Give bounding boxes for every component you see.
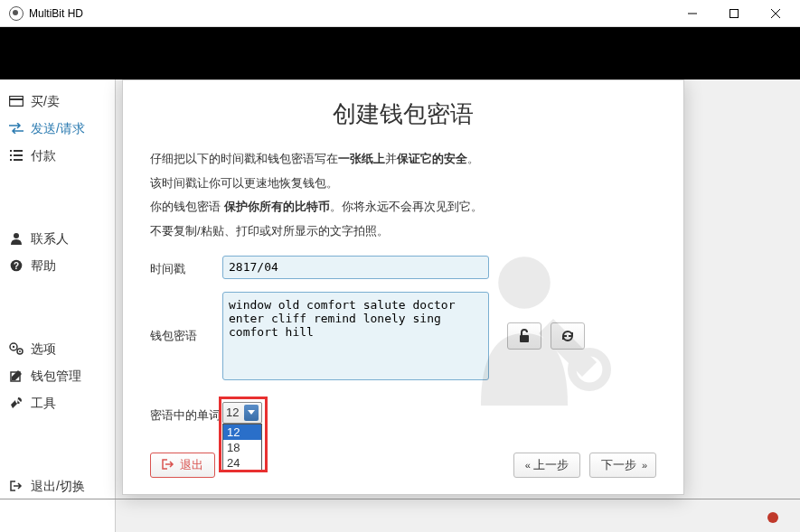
svg-point-16 [13, 345, 14, 347]
svg-rect-6 [10, 150, 12, 152]
sidebar-item-options[interactable]: 选项 [0, 336, 115, 363]
word-count-dropdown: 12 18 24 [222, 424, 262, 471]
svg-rect-8 [10, 154, 12, 156]
sidebar-item-tools[interactable]: 工具 [0, 390, 115, 417]
svg-text:?: ? [14, 261, 19, 271]
svg-rect-4 [10, 97, 24, 107]
sidebar-item-help[interactable]: ? 帮助 [0, 253, 115, 280]
timestamp-input[interactable] [222, 256, 489, 279]
sidebar-item-label: 帮助 [31, 258, 56, 275]
word-count-option-18[interactable]: 18 [223, 440, 261, 455]
sidebar-item-label: 买/卖 [31, 94, 60, 110]
timestamp-label: 时间戳 [150, 256, 222, 277]
svg-rect-7 [14, 150, 23, 152]
sidebar-item-label: 退出/切换 [31, 479, 85, 495]
svg-rect-11 [14, 159, 23, 161]
lock-button[interactable] [507, 322, 541, 350]
svg-rect-10 [10, 159, 12, 161]
transfer-icon [9, 122, 24, 136]
svg-point-12 [14, 233, 19, 238]
sign-out-icon [9, 480, 24, 495]
svg-rect-9 [14, 154, 23, 156]
exit-button[interactable]: 退出 [150, 453, 215, 478]
create-wallet-modal: 创建钱包密语 仔细把以下的时间戳和钱包密语写在一张纸上并保证它的安全。 该时间戳… [122, 79, 684, 495]
unlock-icon [518, 329, 531, 343]
modal-instruction-1: 仔细把以下的时间戳和钱包密语写在一张纸上并保证它的安全。 [150, 148, 656, 171]
window-title: MultiBit HD [29, 7, 83, 20]
status-dot [767, 512, 778, 523]
sidebar-item-label: 发送/请求 [31, 121, 85, 137]
svg-rect-5 [9, 98, 24, 100]
exit-button-label: 退出 [180, 457, 203, 473]
app-icon [9, 6, 24, 21]
word-count-label: 密语中的单词 [150, 402, 222, 424]
modal-title: 创建钱包密语 [150, 98, 656, 130]
sidebar-item-payments[interactable]: 付款 [0, 143, 115, 170]
chevron-down-icon [244, 405, 259, 421]
sidebar-item-label: 选项 [31, 341, 56, 358]
next-button-label: 下一步 [601, 457, 636, 473]
credit-card-icon [9, 95, 24, 109]
seed-label: 钱包密语 [150, 292, 222, 344]
window-titlebar: MultiBit HD [0, 0, 800, 27]
sign-out-icon [162, 459, 174, 472]
modal-instruction-2: 该时间戳让你可以更速地恢复钱包。 [150, 173, 656, 195]
close-button[interactable] [755, 0, 796, 27]
word-count-select[interactable]: 12 [222, 402, 262, 424]
sidebar-item-label: 工具 [31, 396, 56, 412]
svg-point-18 [19, 350, 21, 352]
chevron-right-icon: » [642, 460, 645, 471]
prev-button-label: 上一步 [533, 457, 569, 473]
next-button[interactable]: 下一步 » [589, 453, 656, 478]
prev-button[interactable]: « 上一步 [513, 453, 580, 478]
wrench-icon [9, 397, 24, 412]
word-count-option-24[interactable]: 24 [223, 455, 261, 471]
person-icon [9, 232, 24, 247]
sidebar-item-exit[interactable]: 退出/切换 [0, 473, 115, 500]
maximize-button[interactable] [713, 0, 755, 27]
edit-icon [9, 369, 24, 385]
word-count-option-12[interactable]: 12 [223, 425, 261, 440]
modal-instruction-4: 不要复制/粘贴、打印或对所显示的文字拍照。 [150, 220, 656, 243]
refresh-icon [560, 330, 575, 342]
sidebar-item-label: 联系人 [31, 231, 69, 247]
sidebar-item-label: 钱包管理 [31, 369, 81, 385]
sidebar-item-label: 付款 [31, 148, 56, 164]
seed-textarea[interactable]: window old comfort salute doctor enter c… [222, 292, 489, 380]
svg-rect-22 [520, 335, 529, 342]
gears-icon [9, 342, 24, 358]
question-icon: ? [9, 259, 24, 275]
refresh-button[interactable] [551, 322, 585, 350]
svg-rect-1 [730, 9, 739, 17]
sidebar: 买/卖 发送/请求 付款 联系人 ? 帮助 [0, 79, 116, 532]
sidebar-item-buy-sell[interactable]: 买/卖 [0, 89, 115, 116]
minimize-button[interactable] [672, 0, 713, 27]
header-strip [0, 27, 800, 79]
list-icon [9, 149, 24, 163]
word-count-value: 12 [226, 406, 239, 419]
sidebar-item-wallet-manage[interactable]: 钱包管理 [0, 363, 115, 390]
modal-instruction-3: 你的钱包密语 保护你所有的比特币。你将永远不会再次见到它。 [150, 196, 656, 219]
sidebar-item-contacts[interactable]: 联系人 [0, 226, 115, 253]
sidebar-item-send-request[interactable]: 发送/请求 [0, 116, 115, 143]
chevron-left-icon: « [525, 460, 528, 471]
statusbar-border [0, 499, 800, 499]
